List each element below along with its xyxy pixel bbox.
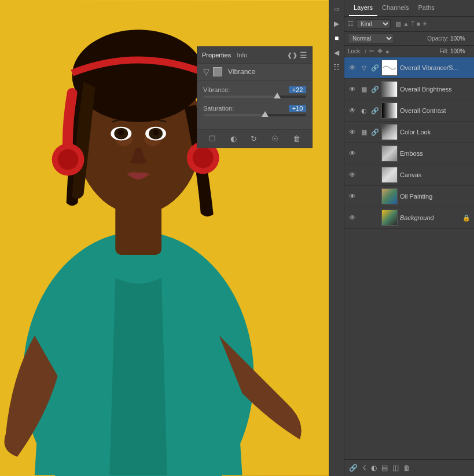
layer-name: Emboss bbox=[400, 150, 471, 157]
add-mask-icon[interactable]: ◐ bbox=[370, 463, 378, 473]
vibrance-slider-row: Vibrance: +22 bbox=[203, 86, 306, 98]
smart-filter-icon[interactable]: ☀ bbox=[422, 20, 428, 28]
layer-item[interactable]: 👁 Emboss bbox=[344, 143, 474, 164]
kind-icons: ▩ ▲ T ■ ☀ bbox=[395, 20, 428, 28]
lock-icon: 🔒 bbox=[462, 214, 471, 222]
kind-select[interactable]: Kind bbox=[356, 19, 391, 29]
layer-item[interactable]: 👁 ◐ 🔗 Overall Contrast bbox=[344, 100, 474, 122]
new-layer-icon[interactable]: ◫ bbox=[391, 463, 400, 473]
chain-link-icon: 🔗 bbox=[371, 64, 379, 72]
layer-name: Background bbox=[400, 214, 460, 221]
blend-mode-row: Normal Multiply Screen Opacity: 100% bbox=[344, 32, 474, 46]
visibility-eye-icon[interactable]: 👁 bbox=[348, 149, 357, 158]
layer-name: Color Look bbox=[400, 129, 471, 136]
layers-panel: Layers Channels Paths ☷ Kind ▩ ▲ T ■ ☀ N… bbox=[344, 0, 474, 476]
vibrance-track[interactable] bbox=[203, 96, 306, 98]
pixel-filter-icon[interactable]: ▩ bbox=[395, 20, 401, 28]
chain-link-icon: 🔗 bbox=[371, 129, 379, 136]
properties-tool[interactable]: ■ bbox=[330, 32, 343, 45]
properties-title-bar: ▽ Vibrance bbox=[197, 64, 312, 80]
properties-footer: ☐ ◐ ↻ ☉ 🗑 bbox=[197, 129, 312, 148]
brightness-icon: ▩ bbox=[359, 86, 369, 93]
layer-item[interactable]: 👁 ▦ 🔗 Color Look bbox=[344, 122, 474, 143]
tool-sidebar: ⇨ ▶ ■ ◀ ☷ bbox=[329, 0, 344, 476]
visibility-eye-icon[interactable]: 👁 bbox=[348, 192, 357, 200]
tab-channels[interactable]: Channels bbox=[377, 0, 413, 16]
layer-name: Overall Contrast bbox=[400, 107, 471, 114]
adjustment-triangle-icon: ▽ bbox=[203, 67, 210, 76]
layer-name: Oil Painting bbox=[400, 193, 471, 200]
fill-label: Fill: bbox=[439, 48, 449, 54]
fill-value[interactable]: 100% bbox=[450, 48, 471, 54]
adjustment-filter-icon[interactable]: ▲ bbox=[403, 20, 409, 28]
shape-filter-icon[interactable]: ■ bbox=[417, 20, 421, 28]
visibility-eye-icon[interactable]: 👁 bbox=[348, 128, 357, 136]
undo-icon[interactable]: ↻ bbox=[251, 134, 257, 143]
layers-bottom-bar: 🔗 ☇ ◐ ▤ ◫ 🗑 bbox=[344, 459, 474, 476]
chain-link-icon: 🔗 bbox=[371, 86, 379, 93]
tab-info[interactable]: Info bbox=[237, 52, 247, 58]
saturation-label: Saturation: bbox=[203, 105, 234, 112]
blend-mode-select[interactable]: Normal Multiply Screen bbox=[348, 34, 394, 43]
visibility-eye-icon[interactable]: 👁 bbox=[348, 107, 357, 115]
saturation-track[interactable] bbox=[203, 114, 306, 116]
svg-point-16 bbox=[193, 148, 214, 169]
stamp-icon[interactable]: ☐ bbox=[209, 134, 216, 143]
layer-item[interactable]: 👁 Oil Painting bbox=[344, 186, 474, 207]
visibility-icon[interactable]: ☉ bbox=[271, 134, 278, 143]
kind-filter-row: ☷ Kind ▩ ▲ T ■ ☀ bbox=[344, 17, 474, 32]
layers-tabs: Layers Channels Paths bbox=[344, 0, 474, 17]
visibility-eye-icon[interactable]: 👁 bbox=[348, 64, 357, 72]
gradient-map-icon: ▽ bbox=[359, 64, 369, 72]
properties-tabs: Properties Info bbox=[202, 52, 248, 58]
properties-content: Vibrance: +22 Saturation: +10 bbox=[197, 80, 312, 129]
menu-icon[interactable]: ☰ bbox=[300, 50, 307, 60]
chain-link-icon: 🔗 bbox=[371, 107, 379, 115]
colorlook-icon: ▦ bbox=[359, 129, 369, 136]
delete-layer-icon[interactable]: 🗑 bbox=[402, 463, 411, 473]
expand-icon[interactable]: ❰❱ bbox=[287, 52, 297, 59]
layer-item[interactable]: 👁 ▩ 🔗 Overall Brightness bbox=[344, 79, 474, 100]
link-layers-icon[interactable]: 🔗 bbox=[348, 463, 359, 473]
mask-icon[interactable]: ◐ bbox=[230, 134, 237, 143]
panel-title: Vibrance bbox=[228, 68, 255, 76]
layer-thumbnail bbox=[381, 102, 398, 119]
vibrance-label: Vibrance: bbox=[203, 86, 230, 93]
tab-paths[interactable]: Paths bbox=[414, 0, 439, 16]
opacity-label: Opacity: bbox=[427, 35, 449, 42]
layer-thumbnail bbox=[381, 188, 398, 204]
layer-item[interactable]: 👁 ▽ 🔗 Overall Vibrance/S... bbox=[344, 57, 474, 79]
type-filter-icon[interactable]: T bbox=[411, 20, 415, 28]
zoom-tool[interactable]: ▶ bbox=[330, 17, 343, 30]
saturation-value[interactable]: +10 bbox=[289, 105, 306, 112]
new-group-icon[interactable]: ▤ bbox=[380, 463, 389, 473]
visibility-eye-icon[interactable]: 👁 bbox=[348, 85, 357, 93]
layer-name: Canvas bbox=[400, 171, 471, 178]
trash-icon[interactable]: 🗑 bbox=[293, 134, 300, 143]
lock-transparent-icon[interactable]: / bbox=[365, 48, 366, 55]
layers-tool[interactable]: ☷ bbox=[330, 61, 343, 74]
lock-position-icon[interactable]: ✚ bbox=[377, 47, 383, 55]
svg-point-11 bbox=[153, 130, 159, 136]
vibrance-value[interactable]: +22 bbox=[289, 86, 306, 93]
layer-item[interactable]: 👁 Background 🔒 bbox=[344, 207, 474, 229]
adjust-tool[interactable]: ◀ bbox=[330, 46, 343, 59]
tab-layers[interactable]: Layers bbox=[349, 0, 377, 16]
saturation-slider-row: Saturation: +10 bbox=[203, 105, 306, 116]
layer-item[interactable]: 👁 Canvas bbox=[344, 164, 474, 186]
lock-pixel-icon[interactable]: ✏ bbox=[369, 47, 374, 55]
tab-properties[interactable]: Properties bbox=[202, 52, 231, 58]
opacity-value[interactable]: 100% bbox=[450, 35, 471, 42]
lock-row: Lock: / ✏ ✚ ● Fill: 100% bbox=[344, 46, 474, 57]
visibility-eye-icon[interactable]: 👁 bbox=[348, 171, 357, 179]
visibility-eye-icon[interactable]: 👁 bbox=[348, 214, 357, 222]
lock-artboard-icon[interactable]: ● bbox=[385, 48, 390, 55]
move-tool[interactable]: ⇨ bbox=[330, 3, 343, 16]
properties-header: Properties Info ❰❱ ☰ bbox=[197, 47, 312, 64]
contrast-icon: ◐ bbox=[359, 107, 369, 115]
fill-row: Fill: 100% bbox=[439, 48, 471, 54]
layer-name: Overall Vibrance/S... bbox=[400, 64, 471, 71]
canvas-area: Properties Info ❰❱ ☰ ▽ Vibrance Vibrance… bbox=[0, 0, 329, 476]
add-style-icon[interactable]: ☇ bbox=[361, 463, 368, 473]
layer-thumbnail bbox=[381, 124, 398, 140]
